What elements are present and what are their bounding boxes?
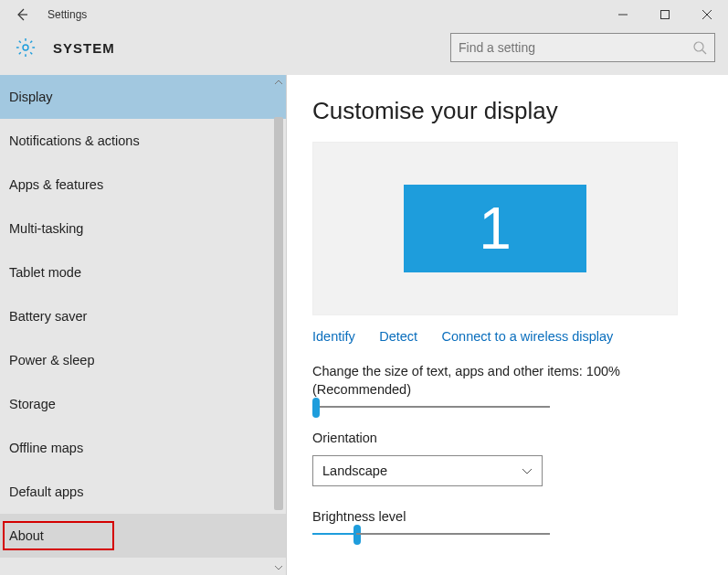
scroll-up-icon (275, 79, 282, 86)
sidebar-item-label: Storage (9, 397, 56, 411)
monitor-tile-1[interactable]: 1 (404, 185, 586, 272)
content-pane: Customise your display 1 Identify Detect… (287, 75, 728, 575)
sidebar-item-power-sleep[interactable]: Power & sleep (0, 338, 286, 382)
scale-slider-thumb[interactable] (312, 398, 320, 418)
page-title: Customise your display (312, 97, 702, 125)
category-title: SYSTEM (53, 40, 115, 56)
window-title: Settings (47, 8, 87, 21)
svg-point-5 (23, 45, 28, 50)
sidebar-item-tablet-mode[interactable]: Tablet mode (0, 250, 286, 294)
scroll-down-icon (275, 564, 282, 571)
sidebar-item-storage[interactable]: Storage (0, 382, 286, 426)
sidebar-item-label: Default apps (9, 484, 83, 499)
svg-line-11 (30, 52, 32, 54)
maximize-icon (660, 10, 670, 19)
orientation-label: Orientation (312, 430, 702, 448)
brightness-slider[interactable] (312, 533, 550, 535)
minimize-button[interactable] (602, 0, 644, 29)
scrollbar-thumb[interactable] (274, 117, 283, 510)
sidebar-item-label: Power & sleep (9, 353, 95, 367)
sidebar-item-label: Tablet mode (9, 265, 81, 280)
close-button[interactable] (686, 0, 728, 29)
scale-slider[interactable] (312, 406, 550, 408)
svg-point-14 (694, 42, 703, 51)
sidebar-item-battery-saver[interactable]: Battery saver (0, 294, 286, 338)
sidebar-item-label: Notifications & actions (9, 133, 140, 148)
scale-label: Change the size of text, apps and other … (312, 363, 702, 399)
chevron-down-icon (522, 465, 533, 476)
svg-rect-2 (661, 11, 670, 19)
sidebar-item-label: About (9, 528, 44, 543)
minimize-icon (618, 10, 628, 19)
orientation-value: Landscape (322, 463, 387, 478)
brightness-label: Brightness level (312, 508, 702, 527)
back-button[interactable] (0, 0, 44, 29)
sidebar: DisplayNotifications & actionsApps & fea… (0, 75, 287, 575)
svg-line-10 (19, 41, 21, 43)
identify-link[interactable]: Identify (312, 329, 355, 344)
arrow-left-icon (15, 7, 29, 22)
brightness-slider-thumb[interactable] (353, 525, 361, 545)
display-arrangement-box[interactable]: 1 (312, 142, 678, 315)
sidebar-item-label: Offline maps (9, 441, 83, 455)
gear-icon (15, 37, 37, 59)
sidebar-item-apps-features[interactable]: Apps & features (0, 163, 286, 207)
sidebar-item-notifications-actions[interactable]: Notifications & actions (0, 119, 286, 163)
search-input[interactable] (459, 40, 692, 55)
svg-line-12 (30, 41, 32, 43)
detect-link[interactable]: Detect (379, 329, 417, 344)
sidebar-item-multi-tasking[interactable]: Multi-tasking (0, 207, 286, 250)
connect-wireless-link[interactable]: Connect to a wireless display (442, 329, 614, 344)
orientation-select[interactable]: Landscape (312, 455, 543, 486)
sidebar-item-display[interactable]: Display (0, 75, 286, 119)
svg-line-13 (19, 52, 21, 54)
search-icon (692, 40, 707, 55)
sidebar-item-about[interactable]: About (0, 514, 286, 558)
svg-line-15 (702, 50, 706, 54)
sidebar-item-label: Apps & features (9, 177, 103, 192)
maximize-button[interactable] (644, 0, 686, 29)
search-field[interactable] (450, 33, 715, 62)
sidebar-item-label: Display (9, 90, 53, 104)
monitor-id-label: 1 (479, 195, 512, 262)
sidebar-item-default-apps[interactable]: Default apps (0, 470, 286, 514)
sidebar-item-label: Battery saver (9, 309, 87, 324)
sidebar-scrollbar[interactable] (271, 75, 286, 575)
close-icon (702, 10, 712, 19)
sidebar-item-label: Multi-tasking (9, 221, 83, 236)
sidebar-item-offline-maps[interactable]: Offline maps (0, 426, 286, 470)
